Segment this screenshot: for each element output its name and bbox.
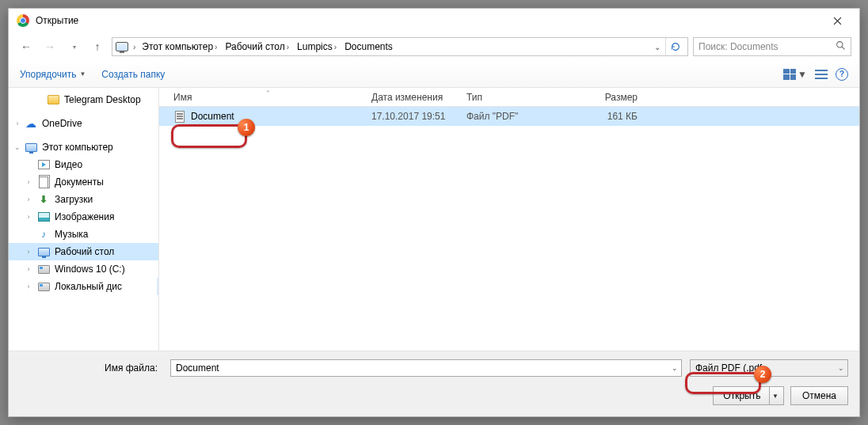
tree-item-label: Рабочий стол — [55, 246, 114, 257]
breadcrumb[interactable]: Lumpics › — [295, 38, 338, 55]
desktop-icon — [37, 245, 50, 258]
cancel-button[interactable]: Отмена — [790, 386, 848, 405]
address-bar[interactable]: › Этот компьютер › Рабочий стол › Lumpic… — [112, 37, 688, 56]
new-folder-label: Создать папку — [101, 69, 165, 80]
chevron-down-icon[interactable]: ⌄ — [654, 43, 661, 51]
tree-item-onedrive[interactable]: › ☁ OneDrive — [9, 115, 158, 132]
tree-item-label: Загрузки — [55, 194, 93, 205]
chevron-right-icon: › — [287, 43, 289, 51]
tree-item-label: Документы — [55, 176, 104, 188]
file-type: Файл "PDF" — [466, 111, 577, 122]
navigation-tree[interactable]: Telegram Desktop › ☁ OneDrive ⌄ Этот ком… — [9, 88, 159, 351]
titlebar: Открытие — [9, 9, 859, 32]
column-label: Имя — [173, 92, 192, 103]
tree-item-label: OneDrive — [42, 118, 82, 129]
breadcrumb[interactable]: Documents — [343, 38, 394, 55]
refresh-button[interactable] — [665, 38, 684, 55]
expand-icon[interactable]: › — [25, 195, 32, 203]
chevron-right-icon: › — [334, 43, 337, 51]
close-icon — [833, 17, 842, 25]
filter-label: Файл PDF (.pdf — [695, 362, 762, 374]
file-name: Document — [191, 111, 371, 122]
column-header-name[interactable]: Имя ˆ — [173, 92, 371, 103]
tree-item-documents[interactable]: › Документы — [9, 173, 158, 191]
help-button[interactable]: ? — [836, 68, 848, 81]
chevron-down-icon[interactable]: ⌄ — [672, 364, 678, 372]
column-header-size[interactable]: Размер — [577, 92, 657, 103]
organize-label: Упорядочить — [20, 69, 76, 80]
tree-item-videos[interactable]: Видео — [9, 156, 158, 173]
up-button[interactable]: ↑ — [88, 36, 107, 58]
view-tiles-button[interactable]: ▼ — [783, 69, 807, 80]
chevron-down-icon: ▼ — [798, 69, 807, 80]
breadcrumb[interactable]: Рабочий стол › — [223, 38, 291, 55]
downloads-icon: ⬇ — [37, 193, 50, 206]
sort-asc-icon: ˆ — [267, 89, 269, 97]
open-button[interactable]: Открыть ▼ — [713, 386, 784, 405]
navigation-bar: ← → ▾ ↑ › Этот компьютер › Рабочий стол … — [9, 32, 859, 61]
tree-item-label: Telegram Desktop — [64, 94, 141, 105]
disk-icon — [37, 263, 50, 275]
expand-icon[interactable]: › — [13, 120, 21, 127]
expand-icon[interactable]: › — [25, 178, 32, 186]
breadcrumb[interactable]: Этот компьютер › — [140, 38, 219, 55]
chevron-down-icon[interactable]: ⌄ — [838, 364, 844, 372]
tree-item-telegram[interactable]: Telegram Desktop — [9, 91, 158, 108]
tree-item-this-pc[interactable]: ⌄ Этот компьютер — [9, 139, 158, 156]
open-dialog-window: Открытие ← → ▾ ↑ › Этот компьютер › Рабо… — [8, 8, 860, 417]
breadcrumb-label: Lumpics — [297, 41, 333, 52]
tree-item-music[interactable]: ♪ Музыка — [9, 226, 158, 243]
breadcrumb-label: Рабочий стол — [225, 41, 284, 52]
expand-icon[interactable]: › — [25, 248, 32, 256]
filename-label: Имя файла: — [20, 362, 162, 374]
file-size: 161 КБ — [577, 111, 657, 122]
view-details-button[interactable] — [815, 69, 828, 80]
expand-icon[interactable]: › — [25, 265, 32, 273]
column-label: Дата изменения — [371, 92, 443, 103]
pc-icon — [116, 40, 128, 53]
window-title: Открытие — [36, 15, 78, 26]
filename-input[interactable]: Document ⌄ — [170, 359, 682, 377]
recent-locations-button[interactable]: ▾ — [64, 36, 83, 58]
tree-item-downloads[interactable]: › ⬇ Загрузки — [9, 191, 158, 208]
close-button[interactable] — [820, 9, 855, 32]
file-row[interactable]: Document 17.10.2017 19:51 Файл "PDF" 161… — [159, 107, 859, 126]
chevron-right-icon: › — [215, 43, 217, 51]
organize-menu[interactable]: Упорядочить ▼ — [20, 69, 86, 80]
tree-item-disk-c[interactable]: › Windows 10 (C:) — [9, 260, 158, 278]
column-label: Тип — [466, 92, 482, 103]
tree-item-label: Музыка — [55, 229, 88, 240]
pdf-file-icon — [173, 110, 186, 123]
toolbar: Упорядочить ▼ Создать папку ▼ ? — [9, 61, 859, 88]
search-input[interactable]: Поиск: Documents — [693, 37, 851, 56]
tiles-icon — [783, 69, 796, 80]
svg-point-0 — [837, 42, 843, 47]
breadcrumb-label: Этот компьютер — [142, 41, 213, 52]
tree-item-label: Этот компьютер — [42, 142, 113, 153]
expand-icon[interactable]: › — [25, 213, 32, 221]
refresh-icon — [670, 41, 681, 52]
cancel-label: Отмена — [802, 390, 836, 401]
tree-item-label: Windows 10 (C:) — [55, 264, 125, 275]
tree-item-label: Локальный дис — [55, 281, 122, 292]
expand-icon[interactable]: › — [25, 283, 32, 290]
collapse-icon[interactable]: ⌄ — [13, 143, 21, 151]
forward-button[interactable]: → — [40, 36, 59, 58]
music-icon: ♪ — [37, 228, 50, 241]
tree-item-desktop[interactable]: › Рабочий стол — [9, 243, 158, 260]
column-header-type[interactable]: Тип — [466, 92, 577, 103]
disk-icon — [37, 280, 50, 293]
video-icon — [37, 158, 50, 171]
tree-item-local-disk[interactable]: › Локальный дис — [9, 278, 158, 295]
footer: Имя файла: Document ⌄ Файл PDF (.pdf ⌄ О… — [9, 351, 859, 416]
back-button[interactable]: ← — [17, 36, 36, 58]
file-type-filter[interactable]: Файл PDF (.pdf ⌄ — [690, 359, 848, 377]
details-icon — [815, 69, 828, 80]
column-header-date[interactable]: Дата изменения — [371, 92, 466, 103]
file-list-area: Имя ˆ Дата изменения Тип Размер Document… — [159, 88, 859, 351]
open-label: Открыть — [715, 390, 768, 401]
new-folder-button[interactable]: Создать папку — [101, 69, 165, 80]
tree-item-pictures[interactable]: › Изображения — [9, 208, 158, 226]
open-dropdown[interactable]: ▼ — [769, 387, 782, 404]
tree-item-label: Видео — [55, 159, 82, 170]
